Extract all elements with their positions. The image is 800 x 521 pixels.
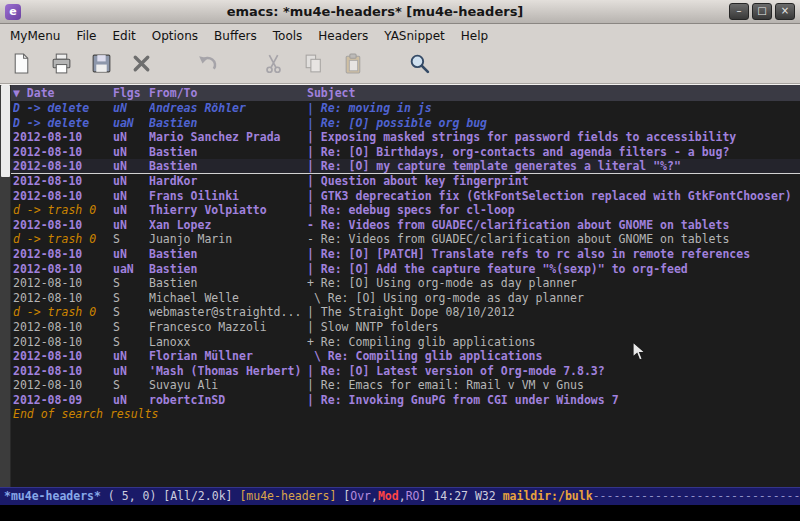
mode-line-plain: , <box>399 489 406 503</box>
print-button[interactable] <box>46 50 76 80</box>
message-date: 2012-08-10 <box>13 247 113 262</box>
message-row[interactable]: 2012-08-10uNMario Sanchez Prada| Exposin… <box>11 130 800 145</box>
message-date: 2012-08-10 <box>13 378 113 393</box>
message-flags: S <box>113 305 149 320</box>
menu-bar: MyMenuFileEditOptionsBuffersToolsHeaders… <box>0 24 800 47</box>
message-subject: | Re: [O] possible org bug <box>307 116 800 131</box>
search-button[interactable] <box>404 50 434 80</box>
message-row[interactable]: 2012-08-10uNFrans Oilinki| GTK3 deprecat… <box>11 189 800 204</box>
copy-icon <box>302 52 325 79</box>
message-subject: - Re: Videos from GUADEC/clarification a… <box>307 218 800 233</box>
column-header-subject[interactable]: Subject <box>307 85 800 101</box>
message-flags: uN <box>113 393 149 408</box>
mode-line-plain: ( 5, 0) [All/2.0k] <box>101 489 239 503</box>
save-button[interactable] <box>86 50 116 80</box>
menu-item-tools[interactable]: Tools <box>265 26 311 46</box>
column-header-flags[interactable]: Flgs <box>113 85 149 101</box>
maximize-button[interactable]: □ <box>752 3 772 20</box>
message-flags: S <box>113 232 149 247</box>
close-button[interactable]: × <box>775 3 795 20</box>
message-row[interactable]: D -> deleteuaNBastien| Re: [O] possible … <box>11 116 800 131</box>
minimize-button[interactable]: – <box>729 3 749 20</box>
message-subject: \ Re: [O] Using org-mode as day planner <box>307 291 800 306</box>
message-date: 2012-08-09 <box>13 393 113 408</box>
message-from: Michael Welle <box>149 291 307 306</box>
close-buffer-button[interactable] <box>126 50 156 80</box>
message-date: 2012-08-10 <box>13 349 113 364</box>
message-row[interactable]: 2012-08-10SSuvayu Ali| Re: Emacs for ema… <box>11 378 800 393</box>
message-row[interactable]: d -> trash 0SJuanjo Marin- Re: Videos fr… <box>11 232 800 247</box>
mode-line-plain: ] <box>420 489 434 503</box>
message-row[interactable]: 2012-08-10SBastien+ Re: [O] Using org-mo… <box>11 276 800 291</box>
menu-item-buffers[interactable]: Buffers <box>206 26 265 46</box>
message-row[interactable]: 2012-08-10SLanoxx+ Re: Compiling glib ap… <box>11 335 800 350</box>
menu-item-options[interactable]: Options <box>144 26 206 46</box>
message-row[interactable]: 2012-08-10uNBastien| Re: [O] my capture … <box>11 159 800 174</box>
message-row[interactable]: 2012-08-10SMichael Welle \ Re: [O] Using… <box>11 291 800 306</box>
message-row[interactable]: 2012-08-10uN'Mash (Thomas Herbert)| Re: … <box>11 364 800 379</box>
message-from: Thierry Volpiatto <box>149 203 307 218</box>
message-row[interactable]: 2012-08-10uNHardKor| Question about key … <box>11 174 800 189</box>
message-flags: uaN <box>113 116 149 131</box>
message-row[interactable]: d -> trash 0Swebmaster@straightd...| The… <box>11 305 800 320</box>
message-flags: uN <box>113 130 149 145</box>
message-row[interactable]: 2012-08-10SFrancesco Mazzoli| Slow NNTP … <box>11 320 800 335</box>
menu-item-file[interactable]: File <box>68 26 104 46</box>
mode-line-dashes: ----------------------------------------… <box>593 489 800 503</box>
message-row[interactable]: D -> deleteuNAndreas Röhler| Re: moving … <box>11 101 800 116</box>
message-flags: uaN <box>113 262 149 277</box>
emacs-icon: e <box>5 4 21 20</box>
scrollbar[interactable] <box>0 85 11 487</box>
menu-item-yasnippet[interactable]: YASnippet <box>376 26 453 46</box>
message-from: Francesco Mazzoli <box>149 320 307 335</box>
message-flags: uN <box>113 247 149 262</box>
headers-buffer: ▼ Date Flgs From/To Subject D -> deleteu… <box>0 84 800 487</box>
cut-icon <box>262 52 285 79</box>
message-row[interactable]: 2012-08-10uNXan Lopez- Re: Videos from G… <box>11 218 800 233</box>
menu-item-mymenu[interactable]: MyMenu <box>2 26 68 46</box>
message-row[interactable]: 2012-08-10uNBastien| Re: [O] [PATCH] Tra… <box>11 247 800 262</box>
mode-line-buffer-name: *mu4e-headers* <box>4 489 101 503</box>
message-row[interactable]: d -> trash 0uNThierry Volpiatto| Re: ede… <box>11 203 800 218</box>
window-controls: – □ × <box>729 3 795 20</box>
menu-item-headers[interactable]: Headers <box>310 26 376 46</box>
new-file-button[interactable] <box>6 50 36 80</box>
end-of-results: End of search results <box>11 407 800 422</box>
message-date: 2012-08-10 <box>13 364 113 379</box>
emacs-window: e emacs: *mu4e-headers* [mu4e-headers] –… <box>0 0 800 521</box>
message-from: Mario Sanchez Prada <box>149 130 307 145</box>
undo-button <box>192 50 222 80</box>
message-subject: | Re: moving in js <box>307 101 800 116</box>
message-flags: uN <box>113 101 149 116</box>
message-date: d -> trash 0 <box>13 232 113 247</box>
mode-line-mode-name: [mu4e-headers] <box>239 489 336 503</box>
message-row[interactable]: 2012-08-09uNrobertcInSD| Re: Invoking Gn… <box>11 393 800 408</box>
message-flags: uN <box>113 364 149 379</box>
message-row[interactable]: 2012-08-10uaNBastien| Re: [O] Add the ca… <box>11 262 800 277</box>
scrollbar-thumb[interactable] <box>1 85 10 177</box>
mode-line-modified: Mod <box>378 489 399 503</box>
message-subject: | Slow NNTP folders <box>307 320 800 335</box>
search-icon <box>408 52 431 79</box>
column-header-from[interactable]: From/To <box>149 85 307 101</box>
message-subject: + Re: [O] Using org-mode as day planner <box>307 276 800 291</box>
message-from: Suvayu Ali <box>149 378 307 393</box>
message-date: D -> delete <box>13 116 113 131</box>
paste-icon <box>342 52 365 79</box>
message-from: Juanjo Marin <box>149 232 307 247</box>
message-subject: | Re: edebug specs for cl-loop <box>307 203 800 218</box>
message-date: 2012-08-10 <box>13 276 113 291</box>
mode-line-plain: 14:27 W32 <box>433 489 502 503</box>
message-subject: | Question about key fingerprint <box>307 174 800 189</box>
menu-item-help[interactable]: Help <box>453 26 496 46</box>
message-subject: | Re: [O] Birthdays, org-contacts and ag… <box>307 145 800 160</box>
menu-item-edit[interactable]: Edit <box>105 26 144 46</box>
message-subject: - Re: Videos from GUADEC/clarification a… <box>307 232 800 247</box>
header-line: ▼ Date Flgs From/To Subject <box>11 85 800 101</box>
message-row[interactable]: 2012-08-10uNFlorian Müllner \ Re: Compil… <box>11 349 800 364</box>
message-from: Andreas Röhler <box>149 101 307 116</box>
message-flags: uN <box>113 159 149 173</box>
column-header-date[interactable]: ▼ Date <box>13 85 113 101</box>
message-row[interactable]: 2012-08-10uNBastien| Re: [O] Birthdays, … <box>11 145 800 160</box>
message-subject: | Re: Invoking GnuPG from CGI under Wind… <box>307 393 800 408</box>
